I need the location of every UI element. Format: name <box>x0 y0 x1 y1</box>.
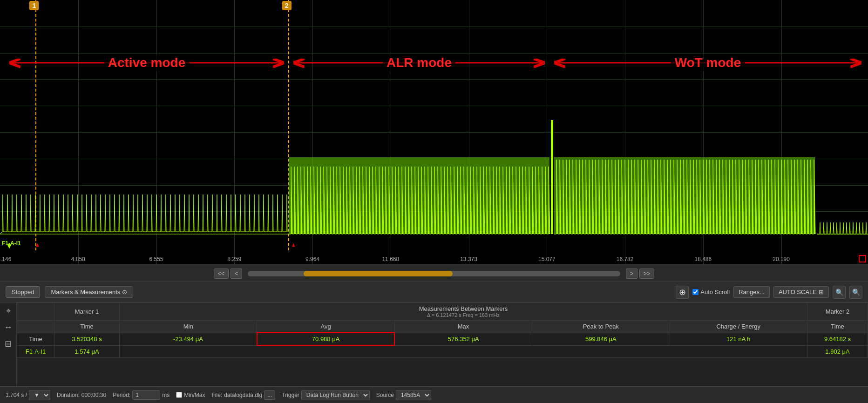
period-label: Period: <box>113 392 130 398</box>
between-avg-val: 70.988 μA <box>257 333 394 345</box>
chart-area: 1 2 Active mode <box>0 0 868 265</box>
auto-scale-icon: ⊞ <box>819 289 824 296</box>
x-tick-9: 18.486 <box>694 256 712 262</box>
svg-rect-5 <box>551 120 553 234</box>
col-sub-m1-time: Time <box>54 321 120 333</box>
nav-ll-btn[interactable]: << <box>214 269 229 279</box>
rate-value: 1.704 s / <box>6 392 27 398</box>
x-tick-1: 4.850 <box>71 256 85 262</box>
x-tick-4: 9.964 <box>305 256 319 262</box>
wot-mode-annotation: WoT mode <box>549 56 866 70</box>
col-header-between: Measurements Between Markers Δ = 6.12147… <box>120 303 807 321</box>
zoom-in-btn[interactable]: 🔍 <box>833 286 846 299</box>
stopped-button[interactable]: Stopped <box>6 286 40 298</box>
bottom-panel: Stopped Markers & Measurements ⊙ ⊕ Auto … <box>0 282 868 403</box>
col-sub-min: Min <box>120 321 257 333</box>
period-unit: ms <box>162 392 170 398</box>
auto-scale-label: AUTO SCALE <box>779 289 817 296</box>
marker2-time-val: 9.64182 s <box>807 333 868 345</box>
dropdown-icon: ⊙ <box>122 289 127 296</box>
marker2-avg-val: 1.902 μA <box>807 345 868 357</box>
between-empty <box>120 345 807 357</box>
ranges-button[interactable]: Ranges... <box>733 286 770 298</box>
side-icons: ⌖ ↔ ⊟ <box>0 302 17 386</box>
x-tick-8: 16.782 <box>617 256 634 262</box>
measurements-section: ⌖ ↔ ⊟ Marker 1 Measurements Between Mark… <box>0 302 868 386</box>
markers-measurements-button[interactable]: Markers & Measurements ⊙ <box>45 286 133 298</box>
nav-rr-btn[interactable]: >> <box>639 269 654 279</box>
duration-label: Duration: <box>57 392 80 398</box>
duration-item: Duration: 000:00:30 <box>57 392 106 398</box>
file-item: File: datalogdata.dlg ... <box>212 390 276 400</box>
active-mode-arrow <box>5 56 289 70</box>
toolbar-right: ⊕ Auto Scroll Ranges... AUTO SCALE ⊞ 🔍 🔍 <box>676 286 862 299</box>
col-sub-avg: Avg <box>257 321 394 333</box>
between-max-val: 576.352 μA <box>394 333 532 345</box>
row-time-label: Time <box>17 333 54 345</box>
zoom-in-plus-btn[interactable]: ⊕ <box>676 286 689 299</box>
col-sub-empty <box>17 321 54 333</box>
period-item: Period: ms <box>113 390 170 400</box>
col-sub-max: Max <box>394 321 532 333</box>
auto-scroll-check[interactable]: Auto Scroll <box>692 289 730 296</box>
zoom-out-btn[interactable]: 🔍 <box>849 286 862 299</box>
channel-name-cell: F1-A-I1 <box>17 345 54 357</box>
x-tick-10: 20.190 <box>773 256 790 262</box>
x-axis: 3.146 4.850 6.555 8.259 9.964 11.668 13.… <box>0 250 868 264</box>
red-marker-2: ▲ <box>291 242 296 248</box>
file-label: File: <box>212 392 223 398</box>
active-mode-annotation: Active mode <box>5 56 289 70</box>
trigger-label: Trigger <box>282 392 299 398</box>
cursor-icon[interactable]: ⌖ <box>6 306 11 316</box>
rate-dropdown[interactable]: ▼ <box>29 390 50 400</box>
source-dropdown[interactable]: 14585A <box>396 390 431 400</box>
grid-icon[interactable]: ⊟ <box>5 339 12 349</box>
nav-track[interactable] <box>248 271 620 276</box>
nav-bar: << < > >> <box>0 265 868 282</box>
duration-value: 000:00:30 <box>81 392 106 398</box>
red-marker-1: ▲ <box>35 242 41 248</box>
meas-row-time: Time 3.520348 s -23.494 μA 70.988 μA 576… <box>17 333 868 345</box>
markers-label: Markers & Measurements <box>51 289 120 296</box>
charge-val: 121 nA h <box>670 333 807 345</box>
x-tick-7: 15.077 <box>538 256 556 262</box>
col-sub-p2p: Peak to Peak <box>532 321 670 333</box>
source-item: Source 14585A <box>376 390 431 400</box>
toolbar-row: Stopped Markers & Measurements ⊙ ⊕ Auto … <box>0 282 868 302</box>
down-arrow-left: ▼ <box>6 242 13 250</box>
col-header-marker2: Marker 2 <box>807 303 868 321</box>
marker1-label: 1 <box>29 1 39 10</box>
x-tick-6: 13.373 <box>460 256 477 262</box>
x-tick-3: 8.259 <box>227 256 241 262</box>
wot-mode-arrow <box>549 56 866 70</box>
between-min-val: -23.494 μA <box>120 333 257 345</box>
status-bar: 1.704 s / ▼ Duration: 000:00:30 Period: … <box>0 386 868 403</box>
auto-scroll-checkbox[interactable] <box>692 289 698 295</box>
meas-row-channel: F1-A-I1 1.574 μA 1.902 μA <box>17 345 868 357</box>
col-header-empty <box>17 303 54 321</box>
x-tick-5: 11.668 <box>382 256 399 262</box>
col-header-marker1: Marker 1 <box>54 303 120 321</box>
waveform-display: // This won't run inside SVG, we'll draw… <box>0 111 868 250</box>
nav-r-btn[interactable]: > <box>626 269 637 279</box>
auto-scale-button[interactable]: AUTO SCALE ⊞ <box>773 286 829 298</box>
minmax-checkbox[interactable] <box>176 392 182 398</box>
col-sub-m2-time: Time <box>807 321 868 333</box>
rate-item: 1.704 s / ▼ <box>6 390 50 400</box>
trigger-dropdown[interactable]: Data Log Run Button <box>301 390 370 400</box>
auto-scroll-label: Auto Scroll <box>700 289 730 296</box>
nav-l-btn[interactable]: < <box>231 269 242 279</box>
file-browse-btn[interactable]: ... <box>264 390 275 400</box>
measurements-table-wrap: Marker 1 Measurements Between Markers Δ … <box>17 302 868 386</box>
source-label: Source <box>376 392 394 398</box>
nav-thumb <box>304 271 453 276</box>
file-value: datalogdata.dlg <box>224 392 262 398</box>
marker2-label: 2 <box>282 1 292 10</box>
period-input[interactable] <box>132 390 160 400</box>
alr-mode-arrow <box>289 56 549 70</box>
minmax-item: Min/Max <box>176 392 205 398</box>
arrows-icon[interactable]: ↔ <box>4 322 13 332</box>
alr-mode-annotation: ALR mode <box>289 56 549 70</box>
marker1-avg-val: 1.574 μA <box>54 345 120 357</box>
marker1-time-val: 3.520348 s <box>54 333 120 345</box>
